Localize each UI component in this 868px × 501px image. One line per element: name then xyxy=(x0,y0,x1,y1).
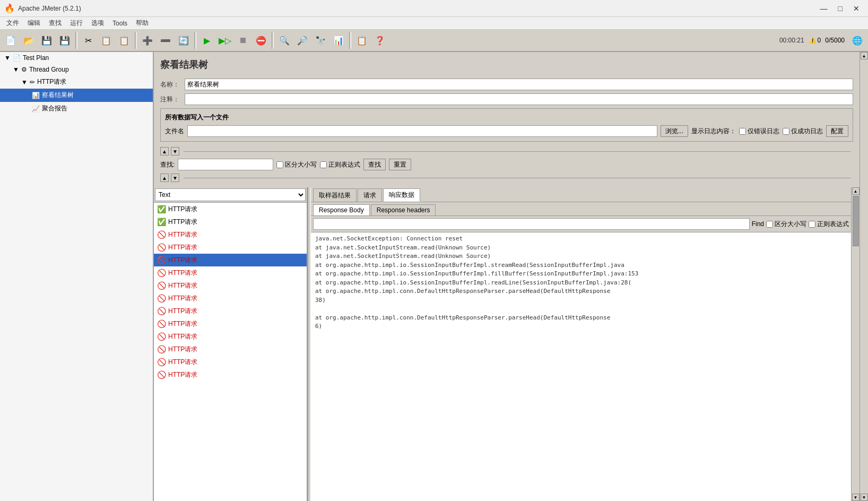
list-item-11[interactable]: 🚫 HTTP请求 xyxy=(154,343,307,356)
close-button[interactable]: ✕ xyxy=(849,3,864,14)
timer-display: 00:00:21 xyxy=(779,37,804,44)
menu-options[interactable]: 选项 xyxy=(87,18,108,29)
response-find-input[interactable] xyxy=(313,218,750,230)
list-item-12[interactable]: 🚫 HTTP请求 xyxy=(154,356,307,368)
list-item-0[interactable]: ✅ HTTP请求 xyxy=(154,203,307,215)
list-item-7[interactable]: 🚫 HTTP请求 xyxy=(154,292,307,305)
comment-input[interactable] xyxy=(185,93,853,105)
response-case-checkbox[interactable] xyxy=(766,221,773,228)
cut-button[interactable]: ✂ xyxy=(80,32,97,49)
aggregate-report-label: 聚合报告 xyxy=(42,104,67,113)
menu-help[interactable]: 帮助 xyxy=(132,18,153,29)
run-no-pause-button[interactable]: ▶▷ xyxy=(216,32,233,49)
list-item-1[interactable]: ✅ HTTP请求 xyxy=(154,215,307,228)
tree-item-thread-group[interactable]: ▼ ⚙ Thread Group xyxy=(0,64,153,75)
menu-tools[interactable]: Tools xyxy=(108,19,132,28)
test-plan-icon: 📄 xyxy=(13,54,21,62)
list-item-13[interactable]: 🚫 HTTP请求 xyxy=(154,368,307,381)
tab-sampler-result[interactable]: 取样器结果 xyxy=(313,188,357,202)
menu-file[interactable]: 文件 xyxy=(2,18,23,29)
main-scroll-down-button[interactable]: ▼ xyxy=(861,494,868,501)
item-label-13: HTTP请求 xyxy=(168,370,197,379)
name-input[interactable] xyxy=(185,79,853,90)
shutdown-button[interactable]: ⛔ xyxy=(253,32,270,49)
list-item-10[interactable]: 🚫 HTTP请求 xyxy=(154,330,307,343)
response-line-6: at org.apache.http.impl.conn.DefaultHttp… xyxy=(315,288,610,295)
arrow-up-2[interactable]: ▲ xyxy=(160,174,169,182)
save-template-button[interactable]: 💾 xyxy=(38,32,55,49)
comment-label: 注释： xyxy=(160,95,181,104)
window-controls: — □ ✕ xyxy=(816,3,864,14)
stop-button[interactable]: ⏹ xyxy=(235,32,251,49)
sub-tab-response-body[interactable]: Response Body xyxy=(313,204,370,215)
status-err-icon-4: 🚫 xyxy=(157,256,166,264)
list-item-6[interactable]: 🚫 HTTP请求 xyxy=(154,279,307,292)
open-template-button[interactable]: 📂 xyxy=(20,32,37,49)
case-sensitive-checkbox[interactable] xyxy=(276,161,283,168)
sub-tab-response-headers[interactable]: Response headers xyxy=(371,204,436,215)
arrow-up-1[interactable]: ▲ xyxy=(160,147,169,156)
list-item-5[interactable]: 🚫 HTTP请求 xyxy=(154,266,307,279)
run-button[interactable]: ▶ xyxy=(198,32,215,49)
format-dropdown[interactable]: Text HTML JSON XML xyxy=(155,188,306,201)
help-button[interactable]: ❓ xyxy=(371,32,388,49)
item-label-10: HTTP请求 xyxy=(168,332,197,341)
list-item-8[interactable]: 🚫 HTTP请求 xyxy=(154,305,307,317)
arrow-down-1[interactable]: ▼ xyxy=(171,147,179,156)
status-err-icon-5: 🚫 xyxy=(157,269,166,277)
remove-button[interactable]: ➖ xyxy=(157,32,174,49)
tree-item-aggregate-report[interactable]: 📈 聚合报告 xyxy=(0,102,153,115)
globe-button[interactable]: 🌐 xyxy=(849,32,866,49)
view-results-icon: 📊 xyxy=(32,92,40,99)
find-button[interactable]: 查找 xyxy=(363,159,386,170)
tab-request[interactable]: 请求 xyxy=(358,188,382,202)
browse-button[interactable]: 浏览... xyxy=(661,125,688,137)
error-only-label: 仅错误日志 xyxy=(748,127,779,136)
main-scroll-up-button[interactable]: ▲ xyxy=(861,52,868,59)
status-err-icon-8: 🚫 xyxy=(157,307,166,315)
paste-button[interactable]: 📋 xyxy=(116,32,133,49)
config-button[interactable]: 配置 xyxy=(826,125,848,137)
tree-item-test-plan[interactable]: ▼ 📄 Test Plan xyxy=(0,52,153,64)
item-label-6: HTTP请求 xyxy=(168,281,197,290)
response-regex-checkbox[interactable] xyxy=(809,221,815,228)
tab-response-data[interactable]: 响应数据 xyxy=(383,188,420,202)
error-only-checkbox[interactable] xyxy=(739,128,746,135)
menu-edit[interactable]: 编辑 xyxy=(23,18,45,29)
new-button[interactable]: 📄 xyxy=(2,32,19,49)
copy-button[interactable]: 📋 xyxy=(98,32,115,49)
report-button[interactable]: 📊 xyxy=(330,32,347,49)
scroll-down-button[interactable]: ▼ xyxy=(852,494,860,501)
list-item-9[interactable]: 🚫 HTTP请求 xyxy=(154,317,307,330)
list-scroll: ✅ HTTP请求 ✅ HTTP请求 🚫 HTTP请求 🚫 HTTP请求 xyxy=(154,203,307,501)
list-item-3[interactable]: 🚫 HTTP请求 xyxy=(154,241,307,254)
left-tree-panel: ▼ 📄 Test Plan ▼ ⚙ Thread Group ▼ ✏ HTTP请… xyxy=(0,52,154,501)
regex-label: 正则表达式 xyxy=(328,160,360,169)
list-item-2[interactable]: 🚫 HTTP请求 xyxy=(154,228,307,241)
minimize-button[interactable]: — xyxy=(816,3,832,14)
arrow-down-2[interactable]: ▼ xyxy=(171,174,179,182)
search-input[interactable] xyxy=(178,159,273,170)
zoom-button[interactable]: 🔎 xyxy=(294,32,311,49)
right-scrollbar: ▲ ▼ xyxy=(851,187,860,501)
binoculars-button[interactable]: 🔭 xyxy=(312,32,329,49)
menu-run[interactable]: 运行 xyxy=(66,18,87,29)
list-item-4[interactable]: 🚫 HTTP请求 xyxy=(154,254,307,266)
menu-find[interactable]: 查找 xyxy=(45,18,66,29)
tree-item-http-request[interactable]: ▼ ✏ HTTP请求 xyxy=(0,75,153,89)
clear-button[interactable]: 🔄 xyxy=(175,32,192,49)
add-button[interactable]: ➕ xyxy=(139,32,156,49)
tree-item-view-results[interactable]: 📊 察看结果树 xyxy=(0,89,153,102)
file-name-input[interactable] xyxy=(187,125,657,137)
response-case-item: 区分大小写 xyxy=(766,220,806,229)
save-button[interactable]: 💾 xyxy=(56,32,73,49)
maximize-button[interactable]: □ xyxy=(834,3,847,14)
inspect-button[interactable]: 🔍 xyxy=(276,32,293,49)
list-button[interactable]: 📋 xyxy=(353,32,370,49)
response-line-7: 38) xyxy=(315,297,326,304)
scroll-up-button[interactable]: ▲ xyxy=(852,187,860,195)
success-only-checkbox[interactable] xyxy=(783,128,789,135)
reset-button[interactable]: 重置 xyxy=(389,159,411,170)
regex-checkbox[interactable] xyxy=(320,161,327,168)
response-line-4: at org.apache.http.impl.io.SessionInputB… xyxy=(315,270,638,277)
